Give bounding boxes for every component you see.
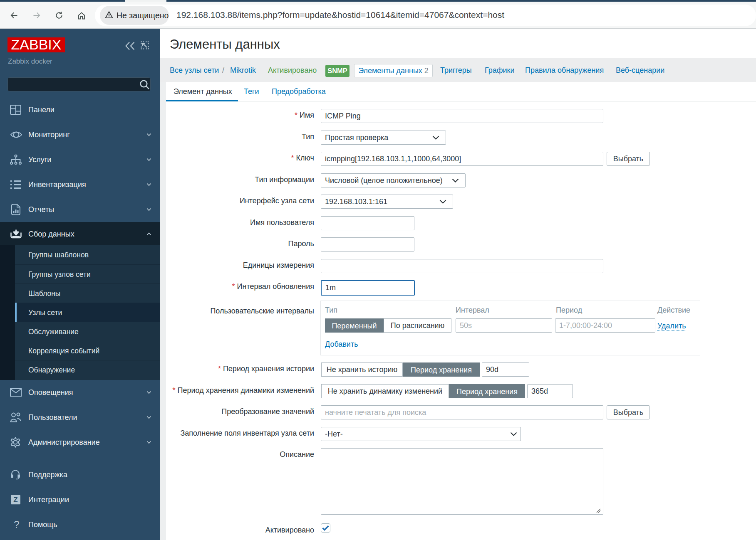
svg-text:Z: Z <box>13 496 17 504</box>
